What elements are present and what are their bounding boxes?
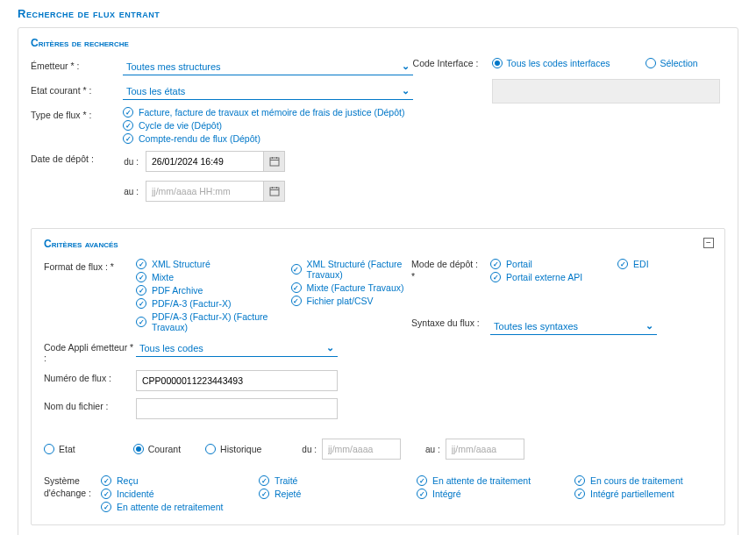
numero-label: Numéro de flux : — [44, 370, 136, 383]
check-icon — [291, 282, 302, 293]
check-icon — [490, 272, 501, 282]
radio-icon — [492, 58, 503, 68]
check-icon — [574, 489, 585, 499]
flowtype-label: Type de flux * : — [31, 107, 123, 120]
systeme-option[interactable]: Incidenté — [101, 489, 224, 499]
chevron-down-icon: ⌄ — [402, 85, 410, 96]
calendar-icon — [269, 156, 280, 167]
chevron-down-icon: ⌄ — [326, 342, 334, 353]
flowtype-option[interactable]: Compte-rendu de flux (Dépôt) — [123, 133, 413, 144]
state-dropdown[interactable]: Tous les états ⌄ — [123, 82, 413, 100]
calendar-icon — [269, 186, 280, 196]
mode-depot-label: Mode de dépôt : * — [411, 259, 481, 282]
check-icon — [490, 259, 501, 269]
check-icon — [417, 475, 427, 486]
syntax-value: Toutes les syntaxes — [494, 321, 578, 332]
date-from-input[interactable] — [146, 151, 264, 172]
format-option[interactable]: PDF Archive — [136, 285, 274, 296]
check-icon — [123, 133, 133, 144]
systeme-option[interactable]: En attente de traitement — [417, 475, 539, 486]
format-option[interactable]: Mixte — [136, 272, 274, 282]
calendar-button[interactable] — [264, 151, 285, 172]
format-option[interactable]: Fichier plat/CSV — [291, 296, 411, 306]
etat-courant-radio[interactable]: Courant — [133, 444, 181, 454]
check-icon — [136, 259, 146, 269]
code-interface-label: Code Interface : — [413, 58, 483, 70]
check-icon — [259, 475, 269, 486]
numero-input[interactable] — [136, 370, 338, 391]
code-appli-value: Tous les codes — [139, 343, 203, 353]
check-icon — [259, 489, 269, 499]
code-appli-dropdown[interactable]: Tous les codes ⌄ — [136, 339, 338, 357]
radio-icon — [205, 444, 216, 454]
flowtype-option[interactable]: Facture, facture de travaux et mémoire d… — [123, 107, 413, 118]
check-icon — [291, 264, 302, 275]
etat-du-input[interactable] — [322, 439, 401, 460]
check-icon — [136, 285, 146, 296]
calendar-button[interactable] — [264, 181, 285, 202]
flowtype-option[interactable]: Cycle de vie (Dépôt) — [123, 120, 413, 131]
systeme-option[interactable]: Rejeté — [259, 489, 382, 499]
format-option[interactable]: PDF/A-3 (Factur-X) (Facture Travaux) — [136, 311, 274, 332]
systeme-option[interactable]: Intégré — [417, 489, 539, 499]
etat-au-label: au : — [425, 445, 440, 454]
check-icon — [101, 502, 111, 512]
etat-radio[interactable]: Etat — [44, 444, 75, 454]
criteria-section-title: Critères de recherche — [31, 37, 725, 49]
mode-depot-option[interactable]: Portail — [490, 259, 582, 269]
format-label: Format de flux : * — [44, 259, 136, 272]
svg-rect-4 — [270, 188, 279, 196]
page-title: Recherche de flux entrant — [18, 7, 738, 20]
nom-fichier-input[interactable] — [136, 398, 338, 419]
etat-au-input[interactable] — [446, 439, 524, 460]
collapse-icon[interactable]: − — [703, 238, 714, 248]
chevron-down-icon: ⌄ — [645, 320, 653, 332]
state-label: Etat courant * : — [31, 82, 123, 96]
code-appli-label: Code Appli émetteur * : — [44, 339, 136, 363]
code-interface-all-radio[interactable]: Tous les codes interfaces — [492, 58, 610, 68]
chevron-down-icon: ⌄ — [402, 61, 410, 72]
check-icon — [574, 475, 585, 486]
check-icon — [617, 259, 628, 269]
check-icon — [123, 120, 133, 131]
check-icon — [123, 107, 133, 118]
code-interface-selection-radio[interactable]: Sélection — [645, 58, 698, 68]
check-icon — [136, 317, 146, 327]
etat-du-label: du : — [302, 445, 317, 454]
systeme-option[interactable]: En cours de traitement — [574, 475, 697, 486]
etat-historique-radio[interactable]: Historique — [205, 444, 261, 454]
syntax-dropdown[interactable]: Toutes les syntaxes ⌄ — [490, 317, 657, 335]
syntax-label: Syntaxe du flux : — [411, 317, 481, 330]
systeme-option[interactable]: Intégré partiellement — [574, 489, 697, 499]
emitter-value: Toutes mes structures — [126, 61, 221, 72]
deposit-date-label: Date de dépôt : — [31, 151, 123, 164]
emitter-label: Émetteur * : — [31, 58, 123, 71]
radio-icon — [645, 58, 656, 68]
advanced-panel: − Critères avancés Format de flux : * XM… — [31, 228, 725, 525]
check-icon — [101, 475, 111, 486]
systeme-option[interactable]: En attente de retraitement — [101, 502, 224, 512]
advanced-section-title: Critères avancés — [44, 238, 712, 250]
mode-depot-option[interactable]: Portail externe API — [490, 272, 582, 282]
emitter-dropdown[interactable]: Toutes mes structures ⌄ — [123, 58, 413, 75]
criteria-panel: Critères de recherche Émetteur * : Toute… — [18, 27, 738, 535]
format-option[interactable]: XML Structuré — [136, 259, 274, 269]
systeme-option[interactable]: Traité — [259, 475, 382, 486]
date-to-input[interactable] — [146, 181, 264, 202]
mode-depot-option[interactable]: EDI — [617, 259, 649, 269]
check-icon — [291, 296, 302, 306]
nom-fichier-label: Nom du fichier : — [44, 398, 136, 411]
check-icon — [101, 489, 111, 499]
check-icon — [136, 272, 146, 282]
date-to-label: au : — [123, 187, 139, 196]
check-icon — [417, 489, 427, 499]
radio-icon — [44, 444, 54, 454]
format-option[interactable]: PDF/A-3 (Factur-X) — [136, 298, 274, 309]
format-option[interactable]: Mixte (Facture Travaux) — [291, 282, 411, 293]
state-value: Tous les états — [126, 86, 185, 96]
systeme-option[interactable]: Reçu — [101, 475, 224, 486]
format-option[interactable]: XML Structuré (Facture Travaux) — [291, 259, 411, 280]
svg-rect-0 — [270, 158, 279, 166]
code-interface-disabled-box — [492, 79, 720, 103]
date-from-label: du : — [123, 157, 139, 167]
